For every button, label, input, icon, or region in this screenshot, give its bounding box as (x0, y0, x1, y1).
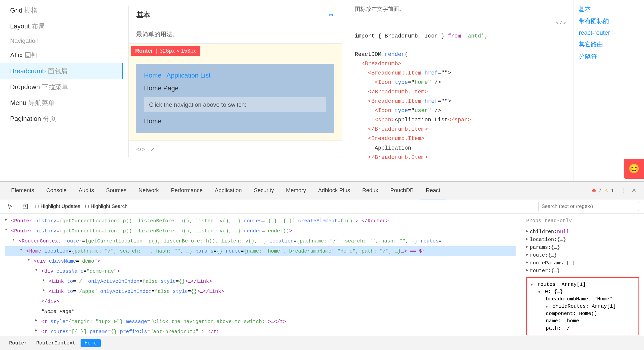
breadcrumb-bar-router[interactable]: Router (5, 339, 31, 347)
nav-hint: Click the navigation above to switch: (144, 97, 326, 112)
highlight-search-checkbox[interactable]: Highlight Search (85, 203, 128, 209)
tree-row-5[interactable]: ▼ <div className="demo-nav"> (5, 266, 516, 276)
sidebar-item-grid[interactable]: Grid 栅格 (0, 3, 123, 18)
tab-redux[interactable]: Redux (356, 182, 384, 199)
prop-routes-label: ▼ routes: Array[1] (531, 281, 634, 288)
tree-row-3[interactable]: ▼ <Home location={pathname: "/", search:… (5, 246, 516, 256)
tab-console[interactable]: Console (40, 182, 73, 199)
tree-row-4[interactable]: ▼ <div className="demo"> (5, 256, 516, 266)
tree-arrow: ▼ (13, 237, 18, 243)
tab-pouchdb[interactable]: PouchDB (384, 182, 420, 199)
demo-card-title: 基本 (136, 10, 150, 20)
breadcrumb-nav: Home Application List (144, 72, 326, 79)
code-area: 图标放在文字前面。 </> import { Breadcrumb, Icon … (347, 0, 574, 181)
prop-children: ▶ children: null (526, 228, 639, 236)
devtools-secondary-toolbar: Highlight Updates Highlight Search (0, 199, 644, 214)
code-item3-close: </Breadcrumb.Item> (355, 153, 566, 162)
tree-row-6[interactable]: ▶ <Link to="/" onlyActiveOnIndex=false s… (5, 276, 516, 287)
tree-content: <t routes=[{…}] params={} prefixCls="ant… (41, 327, 220, 336)
router-label: Router (135, 48, 153, 54)
right-link-basic[interactable]: 基本 (579, 5, 639, 13)
tree-arrow: ▶ (43, 287, 48, 293)
sidebar-item-label: Menu (10, 99, 26, 107)
tree-content: <div className="demo"> (34, 257, 100, 266)
highlight-updates-input[interactable] (35, 205, 39, 208)
tree-content: <Link to="/apps" onlyActiveOnIndex=false… (49, 287, 224, 296)
code-line-icon-desc: 图标放在文字前面。 (355, 5, 566, 14)
right-link-router[interactable]: react-router (579, 29, 639, 36)
expand-icon[interactable]: ⤢ (150, 146, 155, 153)
warn-icon: ⚠ (604, 188, 609, 194)
tree-content: <RouterContext router={getCurrentLocatio… (19, 237, 442, 246)
edit-icon[interactable]: ✏ (329, 12, 334, 19)
tree-row-10[interactable]: ▶ <t style={margin: "16px 0"} message="C… (5, 317, 516, 327)
prop-arrow: ▶ (546, 305, 548, 309)
highlight-search-input[interactable] (85, 205, 89, 208)
sidebar-item-label: Breadcrumb (10, 67, 46, 75)
right-link-other[interactable]: 其它路由 (579, 40, 639, 48)
code-import: import { Breadcrumb, Icon } from 'antd'; (355, 32, 566, 41)
tree-row-2[interactable]: ▼ <RouterContext router={getCurrentLocat… (5, 236, 516, 246)
devtools-panel: Elements Console Audits Sources Network … (0, 181, 644, 350)
floating-button[interactable]: 😊 (624, 159, 644, 179)
devtools-main: ▶ <Router history={getCurrentLocation: p… (0, 214, 644, 336)
router-dims: 326px × 153px (160, 48, 196, 54)
tree-row-8[interactable]: </div> (5, 297, 516, 307)
tab-react[interactable]: React (420, 182, 446, 199)
tree-arrow: ▶ (35, 317, 40, 324)
right-sidebar: 基本 带有图标的 react-router 其它路由 分隔符 (574, 0, 644, 181)
right-link-icon[interactable]: 带有图标的 (579, 17, 639, 25)
highlight-updates-checkbox[interactable]: Highlight Updates (35, 203, 80, 209)
close-devtools-button[interactable]: ✕ (629, 186, 639, 196)
tree-row-11[interactable]: ▶ <t routes=[{…}] params={} prefixCls="a… (5, 327, 516, 336)
tab-adblock[interactable]: Adblock Plus (312, 182, 356, 199)
right-link-separator[interactable]: 分隔符 (579, 52, 639, 60)
tree-arrow: ▶ (43, 277, 48, 283)
tree-arrow: ▼ (5, 227, 10, 233)
prop-arrow: ▶ (526, 260, 528, 264)
tab-audits[interactable]: Audits (73, 182, 100, 199)
prop-route: ▶ route: {…} (526, 251, 639, 259)
tab-sources[interactable]: Sources (100, 182, 133, 199)
sidebar-item-affix[interactable]: Affix 固钉 (0, 47, 123, 63)
inspect-mode-icon[interactable] (20, 201, 30, 212)
sidebar-item-breadcrumb[interactable]: Breadcrumb 面包屑 (0, 63, 123, 79)
tab-security[interactable]: Security (248, 182, 280, 199)
inspect-element-icon[interactable] (5, 201, 15, 212)
more-options-button[interactable]: ⋮ (619, 186, 629, 196)
tab-network[interactable]: Network (132, 182, 165, 199)
props-panel: Props read-only ▶ children: null ▶ locat… (521, 214, 644, 336)
sidebar-item-layout[interactable]: Layout 布局 (0, 18, 123, 34)
breadcrumb-bar-home[interactable]: Home (81, 339, 101, 347)
breadcrumb-applist-link[interactable]: Application List (166, 72, 210, 79)
tab-memory[interactable]: Memory (280, 182, 312, 199)
tree-row-7[interactable]: ▶ <Link to="/apps" onlyActiveOnIndex=fal… (5, 287, 516, 297)
code-item3-open: <Breadcrumb.Item> (355, 134, 566, 143)
code-icon-user: <Icon type="user" /> (355, 106, 566, 115)
tab-performance[interactable]: Performance (165, 182, 209, 199)
demo-area: 基本 ✏ 最简单的用法。 Router | 326px × 153px Home… (123, 0, 347, 181)
tree-arrow: ▼ (28, 257, 33, 263)
sidebar-item-zh: 固钉 (25, 51, 38, 60)
devtools-search-input[interactable] (538, 202, 639, 211)
sidebar-item-menu[interactable]: Menu 导航菜单 (0, 95, 123, 111)
tab-application[interactable]: Application (209, 182, 248, 199)
tree-row-9[interactable]: "Home Page" (5, 307, 516, 317)
elements-tree: ▶ <Router history={getCurrentLocation: p… (0, 214, 521, 336)
prop-routeparams: ▶ routeParams: {…} (526, 259, 639, 267)
tab-elements[interactable]: Elements (5, 182, 40, 199)
prop-component: component: Home() (531, 310, 634, 317)
devtools-breadcrumb-bar: Router RouterContext Home (0, 336, 644, 350)
tree-row-1[interactable]: ▼ <Router history={getCurrentLocation: p… (5, 226, 516, 236)
tree-row-0[interactable]: ▶ <Router history={getCurrentLocation: p… (5, 216, 516, 226)
code-toggle-icon[interactable]: </> (136, 146, 145, 153)
code-item2-close: </Breadcrumb.Item> (355, 125, 566, 134)
breadcrumb-bar-routercontext[interactable]: RouterContext (32, 339, 80, 347)
breadcrumb-home-link[interactable]: Home (144, 72, 161, 79)
devtools-toolbar: Elements Console Audits Sources Network … (0, 182, 644, 199)
code-view-toggle[interactable]: </> (556, 19, 566, 28)
code-breadcrumb-open: <Breadcrumb> (355, 59, 566, 68)
sidebar-item-pagination[interactable]: Pagination 分页 (0, 111, 123, 127)
tree-content: <div className="demo-nav"> (41, 267, 120, 276)
sidebar-item-dropdown[interactable]: Dropdown 下拉菜单 (0, 79, 123, 95)
